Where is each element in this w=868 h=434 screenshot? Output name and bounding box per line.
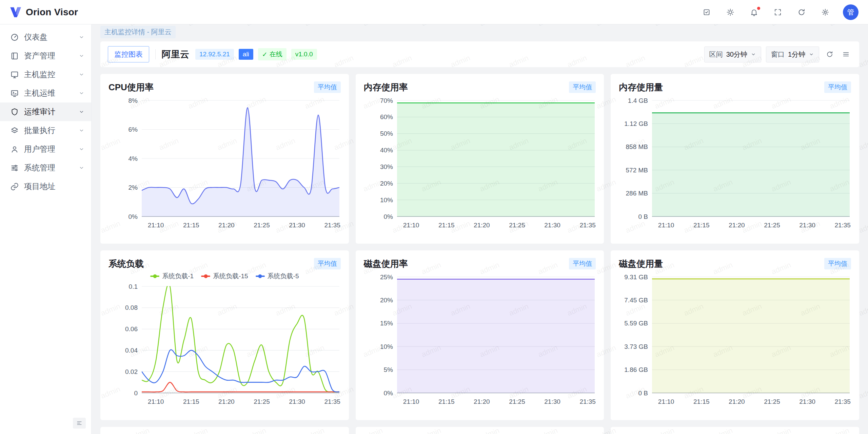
sidebar-item-host-ops[interactable]: 主机运维: [0, 84, 91, 102]
svg-text:21:30: 21:30: [800, 398, 816, 405]
svg-text:21:25: 21:25: [764, 222, 781, 229]
chart-title: 内存使用量: [619, 81, 663, 93]
charts-grid: CPU使用率 平均值 8%6%4%2%0%21:1021:1521:2021:2…: [100, 74, 859, 420]
chevron-down-icon: [79, 165, 84, 171]
brand-name: Orion Visor: [26, 7, 78, 18]
svg-text:0.02: 0.02: [125, 368, 138, 375]
legend-item[interactable]: 系统负载-15: [201, 272, 248, 281]
tasks-icon[interactable]: [701, 6, 713, 18]
svg-text:7.45 GB: 7.45 GB: [625, 297, 648, 304]
sidebar-item-host-monitor[interactable]: 主机监控: [0, 65, 91, 84]
sidebar-item-dashboard[interactable]: 仪表盘: [0, 28, 91, 46]
avatar[interactable]: 管: [843, 4, 859, 20]
sidebar-item-label: 用户管理: [24, 144, 55, 154]
svg-text:21:20: 21:20: [474, 222, 490, 229]
svg-text:21:20: 21:20: [729, 222, 745, 229]
svg-text:0: 0: [134, 390, 138, 397]
sidebar-item-label: 仪表盘: [24, 32, 47, 42]
svg-text:21:15: 21:15: [183, 222, 199, 229]
svg-text:0 B: 0 B: [638, 390, 648, 397]
svg-text:21:15: 21:15: [693, 222, 710, 229]
system-load-chart[interactable]: 系统负载-1系统负载-15系统负载-50.10.080.060.040.0202…: [108, 271, 341, 409]
sidebar-item-assets[interactable]: 资产管理: [0, 46, 91, 65]
refresh-icon[interactable]: [795, 6, 808, 18]
svg-text:21:25: 21:25: [509, 222, 525, 229]
settings-gear-icon[interactable]: [819, 6, 831, 18]
agent-version-tag: v1.0.0: [291, 49, 317, 60]
system-icon: [10, 164, 19, 172]
disk-usage-pct-chart[interactable]: 25%20%15%10%5%0%21:1021:1521:2021:2521:3…: [364, 271, 596, 409]
avg-badge: 平均值: [569, 258, 596, 269]
svg-text:858 MB: 858 MB: [626, 143, 648, 150]
host-name: 阿里云: [162, 48, 189, 60]
notification-badge-dot: [757, 7, 760, 10]
memory-usage-pct-chart[interactable]: 70%60%50%40%30%20%10%0%21:1021:1521:2021…: [364, 95, 596, 233]
cpu-usage-chart[interactable]: 8%6%4%2%0%21:1021:1521:2021:2521:3021:35: [108, 95, 341, 233]
chart-title: CPU使用率: [108, 81, 154, 93]
svg-text:21:10: 21:10: [148, 222, 164, 229]
svg-text:9.31 GB: 9.31 GB: [625, 273, 648, 281]
hamburger-menu-icon: [842, 51, 850, 58]
legend-item[interactable]: 系统负载-5: [256, 272, 299, 281]
svg-text:5.59 GB: 5.59 GB: [625, 320, 648, 327]
disk-usage-amount-chart[interactable]: 9.31 GB7.45 GB5.59 GB3.73 GB1.86 GB0 B21…: [619, 271, 851, 409]
notifications-icon[interactable]: [748, 6, 760, 18]
chevron-down-icon: [79, 146, 84, 152]
next-row-card-stub: [100, 427, 349, 434]
chart-canvas: 70%60%50%40%30%20%10%0%21:1021:1521:2021…: [364, 95, 597, 231]
avg-badge: 平均值: [569, 81, 596, 93]
sidebar-item-system-mgmt[interactable]: 系统管理: [0, 158, 91, 177]
chart-legend[interactable]: 系统负载-1系统负载-15系统负载-5: [108, 271, 341, 281]
sidebar-item-batch-exec[interactable]: 批量执行: [0, 121, 91, 140]
sidebar-item-ops-audit[interactable]: 运维审计: [0, 102, 91, 121]
main-content: 主机监控详情 - 阿里云 监控图表 阿里云 12.92.5.21 ali ✓在线…: [92, 24, 868, 434]
sidebar-item-label: 主机运维: [24, 88, 55, 98]
svg-text:1.12 GB: 1.12 GB: [625, 120, 648, 127]
monitor-chart-button[interactable]: 监控图表: [108, 46, 149, 62]
interval-select[interactable]: 区间 30分钟: [704, 46, 761, 62]
sidebar-item-project-url[interactable]: 项目地址: [0, 177, 91, 196]
svg-text:1.86 GB: 1.86 GB: [625, 366, 648, 373]
breadcrumb-bar: 主机监控详情 - 阿里云: [92, 24, 868, 39]
chart-canvas: 9.31 GB7.45 GB5.59 GB3.73 GB1.86 GB0 B21…: [619, 271, 852, 408]
sidebar-collapse-button[interactable]: [73, 418, 86, 429]
legend-item[interactable]: 系统负载-1: [150, 272, 194, 281]
svg-text:60%: 60%: [380, 113, 393, 120]
avg-badge: 平均值: [314, 258, 341, 269]
svg-text:21:10: 21:10: [658, 222, 674, 229]
svg-text:15%: 15%: [380, 320, 393, 327]
users-icon: [10, 145, 19, 154]
svg-text:10%: 10%: [380, 196, 393, 204]
svg-text:0.08: 0.08: [125, 304, 138, 311]
svg-text:20%: 20%: [380, 297, 393, 304]
svg-text:21:10: 21:10: [403, 222, 419, 229]
svg-text:8%: 8%: [129, 97, 138, 104]
svg-text:0.06: 0.06: [125, 325, 138, 333]
batch-icon: [10, 126, 19, 135]
divider: [155, 49, 156, 59]
svg-text:3.73 GB: 3.73 GB: [625, 343, 648, 350]
svg-text:10%: 10%: [380, 343, 393, 350]
breadcrumb[interactable]: 主机监控详情 - 阿里云: [100, 26, 176, 38]
svg-text:6%: 6%: [129, 126, 138, 133]
theme-icon[interactable]: [724, 6, 736, 18]
avg-badge: 平均值: [824, 81, 851, 93]
host-status-label: 在线: [270, 50, 282, 59]
memory-usage-amount-chart[interactable]: 1.4 GB1.12 GB858 MB572 MB286 MB0 B21:102…: [619, 95, 851, 233]
chart-card-disk-usage-amt: 磁盘使用量 平均值 9.31 GB7.45 GB5.59 GB3.73 GB1.…: [611, 250, 859, 420]
host-monitor-icon: [10, 70, 19, 79]
svg-text:0%: 0%: [383, 390, 393, 397]
legend-swatch-icon: [256, 276, 265, 277]
sidebar-item-user-mgmt[interactable]: 用户管理: [0, 140, 91, 158]
chart-title: 内存使用率: [364, 81, 408, 93]
chart-canvas: 25%20%15%10%5%0%21:1021:1521:2021:2521:3…: [364, 271, 597, 408]
fullscreen-icon[interactable]: [772, 6, 784, 18]
legend-label: 系统负载-5: [268, 272, 299, 281]
dashboard-icon: [10, 33, 19, 42]
chart-layout-menu-button[interactable]: [840, 49, 852, 60]
svg-text:21:20: 21:20: [474, 398, 490, 405]
window-label: 窗口: [771, 50, 785, 59]
window-select[interactable]: 窗口 1分钟: [766, 46, 819, 62]
refresh-charts-button[interactable]: [824, 49, 835, 60]
chevron-down-icon: [79, 34, 84, 40]
